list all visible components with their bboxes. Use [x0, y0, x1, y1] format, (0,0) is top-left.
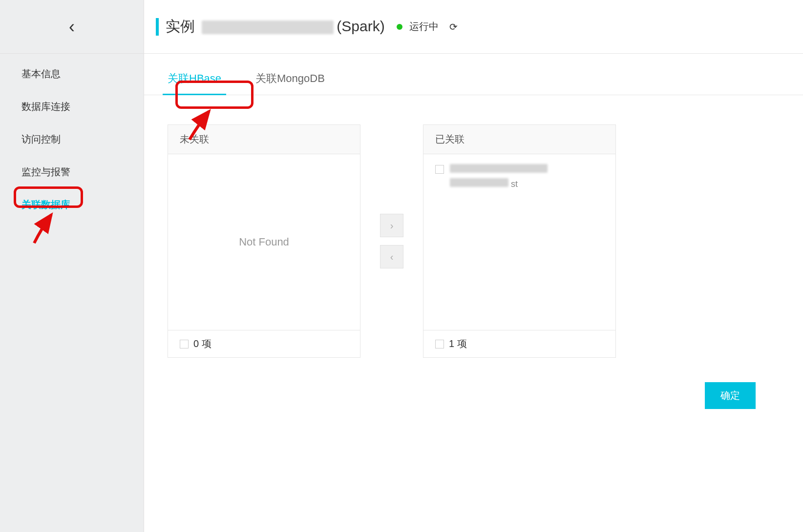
unlinked-count: 0 项: [193, 337, 211, 350]
transfer-container: 未关联 Not Found 0 项 › ‹ 已关联: [144, 95, 803, 372]
transfer-body-linked: st: [423, 154, 615, 330]
list-item[interactable]: st: [435, 164, 604, 189]
transfer-footer-linked: 1 项: [423, 330, 615, 357]
linked-count: 1 项: [449, 337, 467, 350]
select-all-unlinked-checkbox[interactable]: [180, 340, 189, 348]
transfer-header-unlinked: 未关联: [168, 125, 360, 154]
transfer-footer-unlinked: 0 项: [168, 330, 360, 357]
chevron-right-icon: ›: [390, 220, 394, 231]
chevron-left-icon: ‹: [390, 251, 394, 263]
confirm-row: 确定: [144, 372, 779, 419]
transfer-panel-unlinked: 未关联 Not Found 0 项: [168, 124, 360, 358]
tabs: 关联HBase 关联MongoDB: [144, 54, 803, 95]
title-accent-bar: [156, 18, 159, 36]
sidebar-item-basic-info[interactable]: 基本信息: [0, 58, 144, 90]
title-prefix: 实例: [166, 18, 195, 34]
transfer-panel-linked: 已关联 st 1 项: [423, 124, 616, 358]
tab-hbase[interactable]: 关联HBase: [168, 71, 221, 95]
confirm-button[interactable]: 确定: [705, 382, 756, 409]
sidebar-nav: 基本信息 数据库连接 访问控制 监控与报警 关联数据库: [0, 54, 144, 221]
sidebar-item-access-control[interactable]: 访问控制: [0, 123, 144, 156]
refresh-icon[interactable]: ⟳: [449, 21, 458, 33]
select-all-linked-checkbox[interactable]: [435, 340, 444, 348]
back-icon[interactable]: ‹: [69, 17, 75, 37]
move-left-button[interactable]: ‹: [380, 245, 403, 268]
item-label-redacted: st: [450, 164, 548, 189]
status-dot-icon: [397, 24, 402, 30]
sidebar-item-monitor-alert[interactable]: 监控与报警: [0, 156, 144, 188]
sidebar-item-db-connection[interactable]: 数据库连接: [0, 90, 144, 123]
item-checkbox[interactable]: [435, 165, 444, 174]
sidebar-item-link-database[interactable]: 关联数据库: [0, 188, 144, 221]
transfer-controls: › ‹: [380, 214, 403, 268]
transfer-header-linked: 已关联: [423, 125, 615, 154]
tab-mongodb[interactable]: 关联MongoDB: [255, 71, 325, 95]
instance-id-redacted: [202, 20, 334, 34]
sidebar-header: ‹: [0, 0, 144, 54]
main-content: 实例 (Spark) 运行中 ⟳ 关联HBase 关联MongoDB 未关联 N…: [144, 0, 803, 532]
move-right-button[interactable]: ›: [380, 214, 403, 237]
title-suffix: (Spark): [337, 18, 384, 34]
page-title: 实例 (Spark): [166, 17, 385, 37]
transfer-body-unlinked: Not Found: [168, 154, 360, 330]
status-text: 运行中: [409, 20, 439, 33]
page-header: 实例 (Spark) 运行中 ⟳: [144, 0, 803, 54]
empty-text: Not Found: [239, 236, 289, 248]
sidebar: ‹ 基本信息 数据库连接 访问控制 监控与报警 关联数据库: [0, 0, 144, 532]
